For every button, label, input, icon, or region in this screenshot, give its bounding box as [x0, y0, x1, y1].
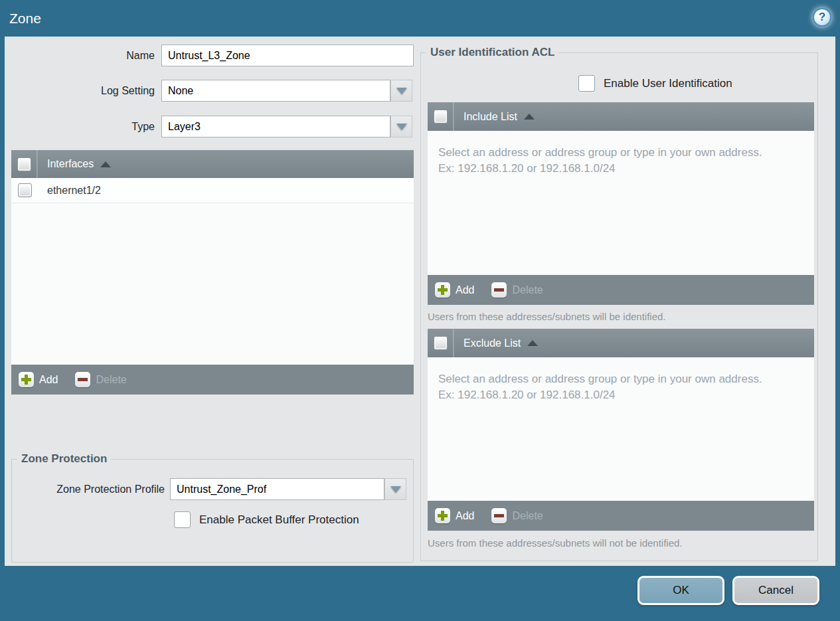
include-list-header: Include List	[428, 102, 814, 131]
chevron-down-icon	[390, 486, 401, 493]
include-list-body: Select an address or address group or ty…	[428, 131, 814, 275]
add-include-address-button[interactable]: Add	[435, 282, 474, 298]
plus-icon	[435, 282, 450, 298]
dialog-title: Zone	[9, 0, 41, 37]
interfaces-table-header: Interfaces	[11, 150, 414, 178]
type-label: Type	[5, 116, 155, 137]
add-exclude-address-button[interactable]: Add	[435, 508, 474, 523]
exclude-list-toolbar: Add Delete	[428, 501, 814, 531]
packet-buffer-protection-row: Enable Packet Buffer Protection	[174, 511, 359, 528]
row-checkbox[interactable]	[18, 183, 32, 197]
exclude-list-header: Exclude List	[428, 329, 814, 357]
exclude-list-column-header[interactable]: Exclude List	[454, 329, 538, 357]
plus-icon	[19, 372, 34, 387]
exclude-list-placeholder: Select an address or address group or ty…	[428, 357, 814, 403]
delete-interface-button[interactable]: Delete	[75, 372, 126, 387]
user-identification-acl-legend: User Identification ACL	[426, 46, 558, 59]
enable-user-identification-label: Enable User Identification	[604, 77, 732, 90]
include-list-column-header[interactable]: Include List	[454, 102, 535, 131]
include-list-placeholder: Select an address or address group or ty…	[428, 131, 814, 177]
include-list-note: Users from these addresses/subnets will …	[428, 311, 666, 322]
minus-icon	[75, 372, 90, 387]
plus-icon	[435, 508, 450, 523]
interfaces-table: Interfaces ethernet1/2 Add Delete	[11, 150, 414, 395]
log-setting-dropdown-button[interactable]	[390, 80, 412, 102]
zone-protection-profile-input[interactable]	[170, 478, 384, 500]
dialog-body: Name Log Setting Type Interfaces	[5, 37, 835, 566]
sort-ascending-icon	[524, 114, 535, 120]
type-input[interactable]	[161, 116, 390, 137]
name-label: Name	[5, 44, 155, 66]
log-setting-input[interactable]	[161, 80, 390, 102]
interface-name: ethernet1/2	[38, 185, 101, 197]
exclude-list-body: Select an address or address group or ty…	[428, 357, 814, 501]
packet-buffer-protection-label: Enable Packet Buffer Protection	[199, 513, 359, 527]
delete-include-address-button[interactable]: Delete	[491, 282, 543, 298]
minus-icon	[491, 282, 507, 298]
type-dropdown-button[interactable]	[390, 116, 412, 137]
delete-exclude-address-button[interactable]: Delete	[491, 508, 543, 523]
enable-user-identification-row: Enable User Identification	[578, 75, 732, 92]
sort-ascending-icon	[100, 161, 111, 167]
chevron-down-icon	[396, 124, 407, 130]
zone-dialog: Zone ? Name Log Setting Type Interfaces	[0, 0, 840, 621]
interfaces-table-body: ethernet1/2	[11, 178, 414, 365]
minus-icon	[491, 508, 507, 523]
zone-protection-legend: Zone Protection	[17, 452, 111, 466]
enable-packet-buffer-protection-checkbox[interactable]	[174, 511, 191, 528]
exclude-list-note: Users from these addresses/subnets will …	[428, 537, 683, 549]
interfaces-select-all-checkbox[interactable]	[17, 157, 31, 171]
zone-protection-section: Zone Protection Zone Protection Profile …	[11, 459, 414, 563]
exclude-select-all-checkbox[interactable]	[434, 336, 448, 350]
ok-button[interactable]: OK	[637, 576, 724, 605]
exclude-list-table: Exclude List Select an address or addres…	[428, 329, 814, 531]
sort-ascending-icon	[527, 340, 538, 346]
zone-protection-profile-dropdown-button[interactable]	[384, 478, 406, 500]
log-setting-label: Log Setting	[5, 80, 155, 102]
include-list-table: Include List Select an address or addres…	[428, 102, 814, 305]
interfaces-table-toolbar: Add Delete	[11, 365, 414, 395]
table-row[interactable]: ethernet1/2	[11, 178, 414, 203]
add-interface-button[interactable]: Add	[19, 372, 58, 387]
user-identification-acl-section: User Identification ACL Enable User Iden…	[420, 52, 818, 561]
interfaces-column-header[interactable]: Interfaces	[38, 150, 111, 178]
help-icon[interactable]: ?	[813, 8, 831, 27]
zone-protection-profile-label: Zone Protection Profile	[12, 478, 165, 500]
include-list-toolbar: Add Delete	[428, 275, 814, 305]
cancel-button[interactable]: Cancel	[732, 576, 819, 605]
chevron-down-icon	[396, 88, 407, 94]
include-select-all-checkbox[interactable]	[434, 110, 448, 124]
name-input[interactable]	[161, 44, 414, 66]
enable-user-identification-checkbox[interactable]	[578, 75, 595, 92]
